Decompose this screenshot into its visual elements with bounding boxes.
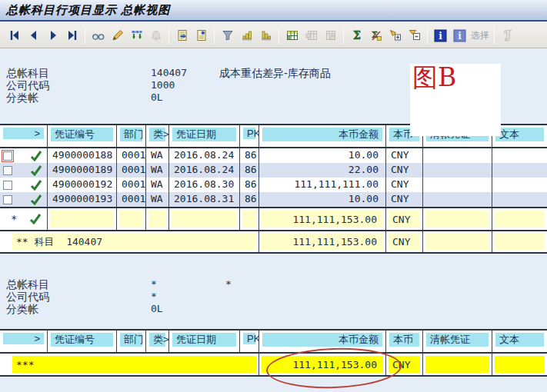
toolbar-separator [214, 27, 215, 44]
title-bar: 总帐科目行项目显示 总帐视图 [0, 0, 547, 22]
dunning-alarm-icon[interactable] [146, 26, 165, 45]
posting-key-cell: 86 [240, 178, 259, 192]
svg-text:Σ: Σ [353, 29, 361, 42]
column-header-type[interactable]: 类> [149, 333, 165, 347]
figure-label-text: 图B [410, 64, 501, 91]
document-date-cell: 2016.08.30 [169, 178, 240, 192]
amount-cell: 10.00 [259, 148, 386, 163]
display-glasses-icon[interactable] [88, 26, 108, 45]
subtotal-empty-cell [148, 211, 166, 228]
document-number-cell[interactable]: 4900000192 [48, 178, 117, 192]
sum-icon[interactable]: Σ [347, 26, 366, 45]
mass-change-icon[interactable] [127, 26, 146, 45]
log-scroll-icon[interactable] [498, 26, 517, 45]
department-cell: 0001 [117, 148, 146, 163]
expand-selection-icon[interactable] [385, 26, 405, 45]
sap-window: 总帐科目行项目显示 总帐视图 Σ Σ i i 选择 [0, 0, 547, 392]
column-header-amount[interactable]: 本币金额 [262, 128, 382, 141]
last-page-icon[interactable] [62, 26, 82, 45]
grid-view-icon[interactable] [282, 26, 302, 45]
toolbar-separator [279, 27, 279, 44]
column-header-document-date[interactable]: 凭证日期 [172, 333, 236, 347]
column-header-selection[interactable]: > [3, 333, 44, 344]
column-header-department[interactable]: 部门 [120, 333, 142, 347]
clearing-doc-cell [423, 178, 492, 192]
row-checkbox[interactable] [3, 151, 12, 161]
gl-account-value: 140407 [151, 67, 187, 78]
grand-total-empty-cell [425, 356, 489, 373]
change-pencil-icon[interactable] [108, 26, 127, 45]
type-cell: WA [146, 178, 169, 192]
document-header-icon[interactable] [192, 26, 211, 45]
document-date-cell: 2016.08.31 [169, 192, 240, 207]
amount-cell: 22.00 [259, 163, 386, 178]
column-header-type[interactable]: 类> [149, 128, 165, 141]
grand-total-marker: *** [12, 356, 256, 373]
posting-key-cell: 86 [240, 163, 259, 178]
green-checkmark-icon [30, 165, 42, 176]
next-page-icon[interactable] [43, 26, 62, 45]
subtotal-empty-cell [50, 211, 114, 228]
column-header-clearing-doc[interactable]: 清帐凭证 [426, 333, 489, 347]
subtotal-empty-cell [495, 211, 545, 228]
application-toolbar: Σ Σ i i 选择 [0, 23, 547, 48]
line-item-table: > 凭证编号 部门 类> 凭证日期 PK 本币金额 本币 清帐凭证 文本 490… [0, 124, 547, 254]
account-total-label: 科目 [34, 235, 54, 249]
selection-label[interactable]: 选择 [471, 29, 489, 42]
document-number-cell[interactable]: 4900000193 [48, 192, 117, 207]
toolbar-separator [427, 27, 428, 44]
column-header-document-number[interactable]: 凭证编号 [51, 333, 113, 347]
hide-column-icon[interactable] [321, 26, 340, 45]
column-header-text[interactable]: 文本 [495, 333, 544, 347]
table-row[interactable]: 4900000193 0001 WA 2016.08.31 86 10.00 C… [0, 192, 547, 207]
account-total-amount: 111,111,153.00 [262, 234, 383, 250]
row-checkbox[interactable] [3, 181, 12, 190]
info-icon[interactable]: i [431, 26, 450, 45]
previous-page-icon[interactable] [24, 26, 43, 45]
column-header-document-date[interactable]: 凭证日期 [172, 128, 236, 141]
insert-column-icon[interactable] [302, 26, 321, 45]
row-checkbox[interactable] [3, 195, 12, 204]
table-header-row: > 凭证编号 部门 类> 凭证日期 PK 本币金额 本币 清帐凭证 文本 [0, 331, 547, 352]
table-row[interactable]: 4900000188 0001 WA 2016.08.24 86 10.00 C… [0, 148, 547, 163]
sort-ascending-icon[interactable] [237, 26, 256, 45]
ledger-value: 0L [151, 303, 163, 314]
column-header-posting-key[interactable]: PK [243, 128, 255, 139]
collapse-selection-icon[interactable] [405, 26, 424, 45]
toolbar-separator [343, 27, 344, 44]
table-row[interactable]: 4900000192 0001 WA 2016.08.30 86 111,111… [0, 178, 547, 192]
column-header-text[interactable]: 文本 [495, 128, 544, 141]
column-header-selection[interactable]: > [3, 128, 44, 139]
figure-label-overlay: 图B [410, 64, 501, 136]
amount-cell: 111,111,111.00 [259, 178, 386, 192]
account-total-empty-cell [425, 234, 489, 250]
first-page-icon[interactable] [5, 26, 24, 45]
toolbar-separator [168, 27, 169, 44]
document-number-cell[interactable]: 4900000189 [48, 163, 117, 178]
clearing-doc-cell [423, 148, 492, 163]
posting-key-cell: 86 [240, 192, 259, 207]
subtotal-amount: 111,111,153.00 [262, 211, 383, 228]
row-checkbox[interactable] [3, 166, 12, 175]
column-header-department[interactable]: 部门 [120, 128, 142, 141]
column-header-amount[interactable]: 本币金额 [262, 333, 382, 347]
type-cell: WA [146, 163, 169, 178]
ledger-label: 分类帐 [6, 91, 38, 105]
column-header-currency[interactable]: 本币 [389, 333, 419, 347]
sort-descending-icon[interactable] [256, 26, 275, 45]
set-filter-icon[interactable] [218, 26, 237, 45]
type-cell: WA [146, 148, 169, 163]
column-header-posting-key[interactable]: PK [243, 333, 255, 344]
display-document-icon[interactable] [172, 26, 192, 45]
subtotal-icon[interactable]: Σ [366, 26, 385, 45]
svg-text:i: i [458, 31, 462, 42]
table-row[interactable]: 4900000189 0001 WA 2016.08.24 86 22.00 C… [0, 163, 547, 178]
column-header-document-number[interactable]: 凭证编号 [51, 128, 113, 141]
document-number-cell[interactable]: 4900000188 [48, 148, 117, 163]
currency-cell: CNY [386, 163, 423, 178]
currency-cell: CNY [386, 178, 423, 192]
account-total-currency: CNY [389, 234, 420, 250]
gl-account-description: 成本重估差异-库存商品 [219, 67, 331, 81]
info-selection-icon[interactable]: i [450, 26, 469, 45]
ledger-label: 分类帐 [6, 303, 38, 317]
